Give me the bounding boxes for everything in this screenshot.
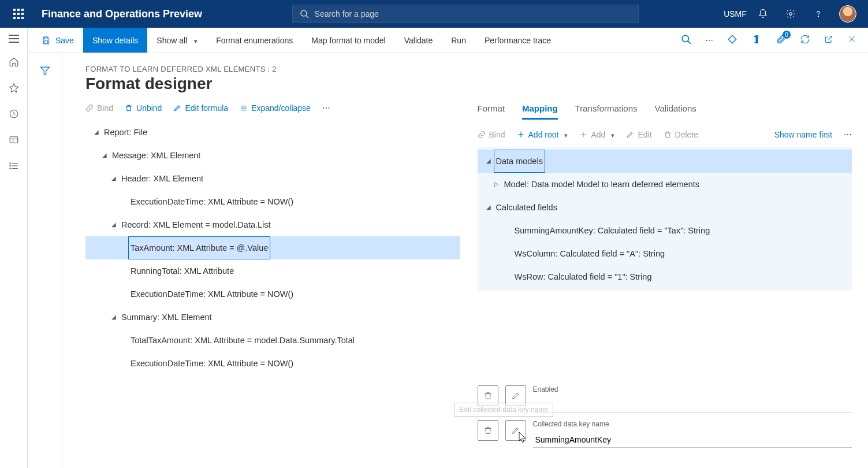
settings-button[interactable] bbox=[784, 9, 798, 19]
app-launcher-button[interactable] bbox=[5, 9, 32, 19]
close-button[interactable] bbox=[847, 35, 856, 46]
collapse-icon[interactable]: ◢ bbox=[109, 307, 119, 328]
keyname-delete-button[interactable] bbox=[478, 420, 498, 441]
collapse-icon[interactable]: ◢ bbox=[483, 197, 494, 218]
tree-row[interactable]: ◢Summary: XML Element bbox=[85, 306, 460, 329]
popout-icon bbox=[824, 35, 833, 44]
tree-row[interactable]: ExecutionDateTime: XML Attribute = NOW() bbox=[85, 352, 460, 375]
format-more-button[interactable]: ⋯ bbox=[322, 103, 330, 113]
enabled-input[interactable] bbox=[533, 397, 852, 413]
validate-button[interactable]: Validate bbox=[395, 28, 442, 53]
office-button[interactable] bbox=[751, 34, 762, 46]
tree-row[interactable]: TotalTaxAmount: XML Attribute = model.Da… bbox=[85, 329, 460, 352]
trash-icon bbox=[664, 131, 672, 139]
tree-row[interactable]: WsRow: Calculated field = "1": String bbox=[478, 265, 852, 288]
chevron-down-icon bbox=[562, 130, 568, 139]
svg-line-17 bbox=[688, 41, 691, 44]
unbind-button[interactable]: Unbind bbox=[125, 103, 162, 113]
svg-point-13 bbox=[9, 168, 10, 169]
tree-row[interactable]: WsColumn: Calculated field = "A": String bbox=[478, 242, 852, 265]
tree-row[interactable]: ◢Calculated fields bbox=[478, 196, 852, 219]
format-toolbar: Bind Unbind Edit formula Expand/collapse… bbox=[85, 103, 460, 113]
modules-button[interactable] bbox=[9, 161, 19, 173]
help-button[interactable] bbox=[811, 9, 825, 19]
tree-row[interactable]: ◢Report: File bbox=[85, 121, 460, 144]
recent-button[interactable] bbox=[9, 109, 19, 121]
edit-button[interactable]: Edit bbox=[626, 130, 651, 139]
properties-panel: Edit collected data key name Enabled bbox=[478, 378, 852, 455]
search-placeholder: Search for a page bbox=[315, 9, 379, 18]
performance-trace-button[interactable]: Performance trace bbox=[475, 28, 560, 53]
expand-collapse-button[interactable]: Expand/collapse bbox=[240, 103, 311, 113]
add-root-button[interactable]: Add root bbox=[517, 130, 568, 139]
show-name-first-button[interactable]: Show name first bbox=[774, 130, 832, 139]
favorites-button[interactable] bbox=[9, 83, 19, 95]
keyname-label: Collected data key name bbox=[533, 420, 852, 428]
run-button[interactable]: Run bbox=[442, 28, 475, 53]
tree-row[interactable]: ◢Header: XML Element bbox=[85, 167, 460, 190]
svg-rect-5 bbox=[10, 137, 18, 143]
tree-row[interactable]: ▷Model: Data model Model to learn deferr… bbox=[478, 173, 852, 196]
show-details-button[interactable]: Show details bbox=[83, 28, 147, 53]
collapse-icon[interactable]: ◢ bbox=[99, 145, 110, 166]
home-button[interactable] bbox=[9, 57, 19, 69]
notifications-button[interactable] bbox=[756, 9, 770, 19]
tree-row[interactable]: ExecutionDateTime: XML Attribute = NOW() bbox=[85, 283, 460, 306]
popout-button[interactable] bbox=[824, 35, 833, 46]
find-button[interactable] bbox=[681, 34, 691, 46]
tab-format[interactable]: Format bbox=[478, 103, 505, 120]
attachment-count-badge: 0 bbox=[783, 31, 791, 39]
filter-icon bbox=[39, 65, 51, 76]
tab-mapping[interactable]: Mapping bbox=[522, 103, 558, 120]
list-expand-icon bbox=[240, 104, 248, 112]
tree-row[interactable]: RunningTotal: XML Attribute bbox=[85, 259, 460, 283]
tab-transformations[interactable]: Transformations bbox=[575, 103, 638, 120]
tree-row-selected[interactable]: ◢Data models bbox=[478, 150, 852, 173]
tree-row[interactable]: SummingAmountKey: Calculated field = "Ta… bbox=[478, 219, 852, 242]
mapping-bind-button[interactable]: Bind bbox=[478, 130, 505, 139]
refresh-button[interactable] bbox=[800, 34, 810, 46]
enabled-edit-button[interactable] bbox=[505, 385, 526, 406]
collapse-icon[interactable]: ◢ bbox=[109, 168, 119, 189]
options-button[interactable] bbox=[727, 34, 737, 46]
collapse-icon[interactable]: ◢ bbox=[109, 214, 119, 235]
user-avatar[interactable] bbox=[839, 5, 856, 23]
global-search-input[interactable]: Search for a page bbox=[292, 5, 639, 23]
tree-row[interactable]: ◢Record: XML Element = model.Data.List bbox=[85, 213, 460, 236]
keyname-edit-button[interactable] bbox=[505, 420, 526, 441]
collapse-icon[interactable]: ◢ bbox=[483, 151, 494, 172]
tree-row-selected[interactable]: TaxAmount: XML Attribute = @.Value bbox=[85, 236, 460, 259]
attachments-button[interactable]: 0 bbox=[776, 34, 786, 46]
mapping-more-button[interactable]: ⋯ bbox=[844, 130, 852, 139]
tree-row[interactable]: ExecutionDateTime: XML Attribute = NOW() bbox=[85, 190, 460, 213]
star-icon bbox=[9, 83, 19, 93]
more-commands-button[interactable]: ⋯ bbox=[705, 36, 713, 45]
filter-column bbox=[28, 53, 62, 468]
top-nav-bar: Finance and Operations Preview Search fo… bbox=[0, 0, 868, 28]
map-format-button[interactable]: Map format to model bbox=[302, 28, 394, 53]
chevron-down-icon bbox=[609, 130, 614, 139]
svg-line-1 bbox=[306, 16, 308, 18]
enabled-delete-button[interactable] bbox=[478, 385, 498, 406]
format-enumerations-button[interactable]: Format enumerations bbox=[207, 28, 302, 53]
mapping-tree[interactable]: ◢Data models ▷Model: Data model Model to… bbox=[478, 147, 852, 291]
expand-icon[interactable]: ▷ bbox=[491, 174, 502, 195]
tab-validations[interactable]: Validations bbox=[654, 103, 696, 120]
tree-row[interactable]: ◢Message: XML Element bbox=[85, 144, 460, 167]
filter-button[interactable] bbox=[39, 65, 51, 468]
workspaces-button[interactable] bbox=[9, 135, 19, 147]
keyname-input[interactable] bbox=[533, 432, 852, 448]
collapse-icon[interactable]: ◢ bbox=[91, 122, 102, 143]
bind-button[interactable]: Bind bbox=[85, 103, 113, 113]
company-selector[interactable]: USMF bbox=[728, 9, 742, 18]
add-button[interactable]: Add bbox=[579, 130, 614, 139]
hamburger-button[interactable] bbox=[9, 35, 19, 43]
format-tree[interactable]: ◢Report: File ◢Message: XML Element ◢Hea… bbox=[85, 121, 460, 375]
edit-formula-button[interactable]: Edit formula bbox=[173, 103, 228, 113]
trash-icon bbox=[483, 426, 493, 435]
delete-button[interactable]: Delete bbox=[664, 130, 698, 139]
cursor-icon bbox=[516, 431, 528, 445]
show-all-button[interactable]: Show all bbox=[147, 28, 207, 53]
close-icon bbox=[847, 35, 856, 44]
save-button[interactable]: Save bbox=[32, 28, 83, 53]
